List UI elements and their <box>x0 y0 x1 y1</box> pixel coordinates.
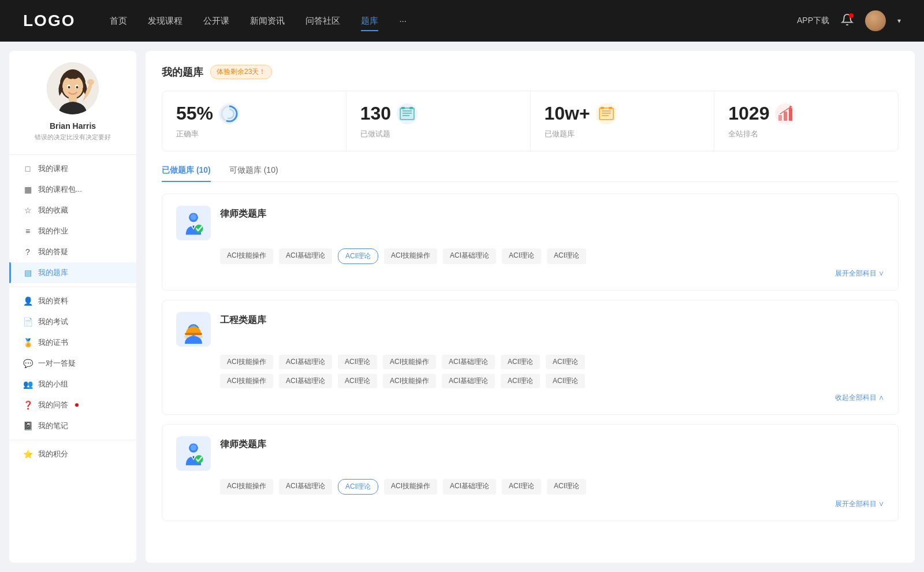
bank-eng-tag-1[interactable]: ACI基础理论 <box>279 355 332 369</box>
bank-lawyer1-expand[interactable]: 展开全部科目 ∨ <box>176 269 884 278</box>
nav-right: APP下载 ▾ <box>797 10 901 31</box>
bank-eng-tag-3[interactable]: ACI技能操作 <box>383 355 436 369</box>
lawyer2-icon <box>176 436 211 471</box>
bank-eng-tag2-0[interactable]: ACI技能操作 <box>220 374 273 388</box>
sidebar-item-my-homework-label: 我的作业 <box>38 226 68 236</box>
done-questions-icon <box>397 103 418 124</box>
sidebar-item-my-questionbank-label: 我的题库 <box>38 268 68 278</box>
sidebar-item-my-points[interactable]: ⭐ 我的积分 <box>9 444 136 465</box>
stat-accuracy: 55% 正确率 <box>162 91 346 151</box>
bank-eng-tag-6[interactable]: ACI理论 <box>546 355 585 369</box>
my-exams-icon: 📄 <box>23 317 32 326</box>
user-avatar[interactable] <box>865 10 886 31</box>
bank-eng-tag2-6[interactable]: ACI理论 <box>546 374 585 388</box>
nav-home[interactable]: 首页 <box>110 13 127 29</box>
bank-lawyer2-tag-2[interactable]: ACI理论 <box>338 479 378 495</box>
sidebar-item-my-favorites-label: 我的收藏 <box>38 205 68 216</box>
bank-eng-tag2-4[interactable]: ACI基础理论 <box>442 374 495 388</box>
one-on-one-icon: 💬 <box>23 359 32 368</box>
sidebar-item-my-points-label: 我的积分 <box>38 449 68 459</box>
sidebar-item-one-on-one[interactable]: 💬 一对一答疑 <box>9 353 136 374</box>
sidebar-avatar <box>47 62 99 114</box>
bank-lawyer2-tag-6[interactable]: ACI理论 <box>547 479 586 495</box>
sidebar-item-my-packages[interactable]: ▦ 我的课程包... <box>9 179 136 200</box>
engineering-icon <box>176 312 211 347</box>
svg-rect-12 <box>400 108 414 120</box>
bank-engineering-tags-row2: ACI技能操作 ACI基础理论 ACI理论 ACI技能操作 ACI基础理论 AC… <box>176 374 884 388</box>
bank-engineering-collapse[interactable]: 收起全部科目 ∧ <box>176 393 884 403</box>
bank-eng-tag-4[interactable]: ACI基础理论 <box>442 355 495 369</box>
sidebar: Brian Harris 错误的决定比没有决定要好 □ 我的课程 ▦ 我的课程包… <box>9 51 136 563</box>
svg-rect-26 <box>778 115 782 121</box>
bank-lawyer1-tag-0[interactable]: ACI技能操作 <box>220 248 273 264</box>
bank-lawyer2-tag-4[interactable]: ACI基础理论 <box>443 479 496 495</box>
main-content: 我的题库 体验剩余23天！ 55% 正确 <box>146 51 915 563</box>
sidebar-menu: □ 我的课程 ▦ 我的课程包... ☆ 我的收藏 ≡ 我的作业 ? 我的答疑 ▤… <box>9 158 136 465</box>
trial-badge: 体验剩余23天！ <box>210 65 272 79</box>
notification-dot <box>849 13 854 18</box>
bank-lawyer2-tag-1[interactable]: ACI基础理论 <box>279 479 332 495</box>
sidebar-item-my-profile[interactable]: 👤 我的资料 <box>9 291 136 311</box>
bank-eng-tag2-2[interactable]: ACI理论 <box>338 374 377 388</box>
bank-lawyer2-tag-5[interactable]: ACI理论 <box>502 479 541 495</box>
nav-news[interactable]: 新闻资讯 <box>250 13 285 29</box>
my-packages-icon: ▦ <box>23 185 32 194</box>
my-points-icon: ⭐ <box>23 450 32 459</box>
sidebar-item-my-questions[interactable]: ❓ 我的问答 <box>9 395 136 415</box>
bank-eng-tag2-5[interactable]: ACI理论 <box>501 374 540 388</box>
sidebar-item-my-certs[interactable]: 🏅 我的证书 <box>9 332 136 353</box>
sidebar-item-my-notes[interactable]: 📓 我的笔记 <box>9 415 136 436</box>
svg-point-31 <box>191 214 197 220</box>
bank-lawyer1-tag-5[interactable]: ACI理论 <box>502 248 541 264</box>
sidebar-item-my-exams[interactable]: 📄 我的考试 <box>9 311 136 332</box>
bank-eng-tag2-1[interactable]: ACI基础理论 <box>279 374 332 388</box>
nav-qa[interactable]: 问答社区 <box>305 13 340 29</box>
sidebar-item-my-courses[interactable]: □ 我的课程 <box>9 158 136 179</box>
sidebar-divider-mid <box>9 287 136 287</box>
user-dropdown-arrow[interactable]: ▾ <box>897 17 901 25</box>
sidebar-item-my-questions-label: 我的问答 <box>38 400 68 410</box>
bank-eng-tag-0[interactable]: ACI技能操作 <box>220 355 273 369</box>
svg-rect-18 <box>409 107 413 109</box>
tab-done-banks[interactable]: 已做题库 (10) <box>162 165 211 181</box>
bank-lawyer2-expand[interactable]: 展开全部科目 ∨ <box>176 499 884 509</box>
nav-discover[interactable]: 发现课程 <box>148 13 182 29</box>
svg-rect-24 <box>601 107 604 109</box>
stats-row: 55% 正确率 130 <box>162 91 899 151</box>
bank-lawyer2-tag-0[interactable]: ACI技能操作 <box>220 479 273 495</box>
bank-lawyer1-tag-3[interactable]: ACI技能操作 <box>384 248 437 264</box>
sidebar-item-my-homework[interactable]: ≡ 我的作业 <box>9 221 136 242</box>
bank-lawyer1-tag-1[interactable]: ACI基础理论 <box>279 248 332 264</box>
my-profile-icon: 👤 <box>23 296 32 306</box>
svg-point-6 <box>68 86 70 88</box>
bank-lawyer1-tag-2[interactable]: ACI理论 <box>338 248 378 264</box>
bank-lawyer1-tag-4[interactable]: ACI基础理论 <box>443 248 496 264</box>
nav-more[interactable]: ··· <box>399 13 407 29</box>
navbar: LOGO 首页 发现课程 公开课 新闻资讯 问答社区 题库 ··· APP下载 … <box>0 0 924 42</box>
sidebar-item-my-qa[interactable]: ? 我的答疑 <box>9 242 136 262</box>
sidebar-divider-top <box>9 154 136 155</box>
my-group-icon: 👥 <box>23 380 32 389</box>
stat-ranking: 1029 全站排名 <box>714 91 898 151</box>
bank-lawyer1-tag-6[interactable]: ACI理论 <box>547 248 586 264</box>
lawyer1-icon <box>176 206 211 240</box>
bank-eng-tag-2[interactable]: ACI理论 <box>338 355 377 369</box>
notification-bell[interactable] <box>841 13 854 28</box>
stat-ranking-value: 1029 <box>728 103 769 124</box>
app-download-button[interactable]: APP下载 <box>797 16 829 26</box>
sidebar-item-my-favorites[interactable]: ☆ 我的收藏 <box>9 200 136 221</box>
sidebar-item-my-group[interactable]: 👥 我的小组 <box>9 374 136 395</box>
sidebar-item-my-questionbank[interactable]: ▤ 我的题库 <box>9 262 136 283</box>
bank-eng-tag2-3[interactable]: ACI技能操作 <box>383 374 436 388</box>
stat-done-banks-top: 10w+ <box>545 103 701 124</box>
bank-lawyer2-tags: ACI技能操作 ACI基础理论 ACI理论 ACI技能操作 ACI基础理论 AC… <box>176 479 884 495</box>
bank-eng-tag-5[interactable]: ACI理论 <box>501 355 540 369</box>
my-homework-icon: ≡ <box>23 226 32 236</box>
logo[interactable]: LOGO <box>23 12 75 30</box>
nav-opencourse[interactable]: 公开课 <box>203 13 229 29</box>
svg-point-11 <box>225 109 234 118</box>
svg-point-7 <box>76 86 79 88</box>
nav-questionbank[interactable]: 题库 <box>361 13 378 29</box>
tab-available-banks[interactable]: 可做题库 (10) <box>229 165 278 181</box>
bank-lawyer2-tag-3[interactable]: ACI技能操作 <box>384 479 437 495</box>
